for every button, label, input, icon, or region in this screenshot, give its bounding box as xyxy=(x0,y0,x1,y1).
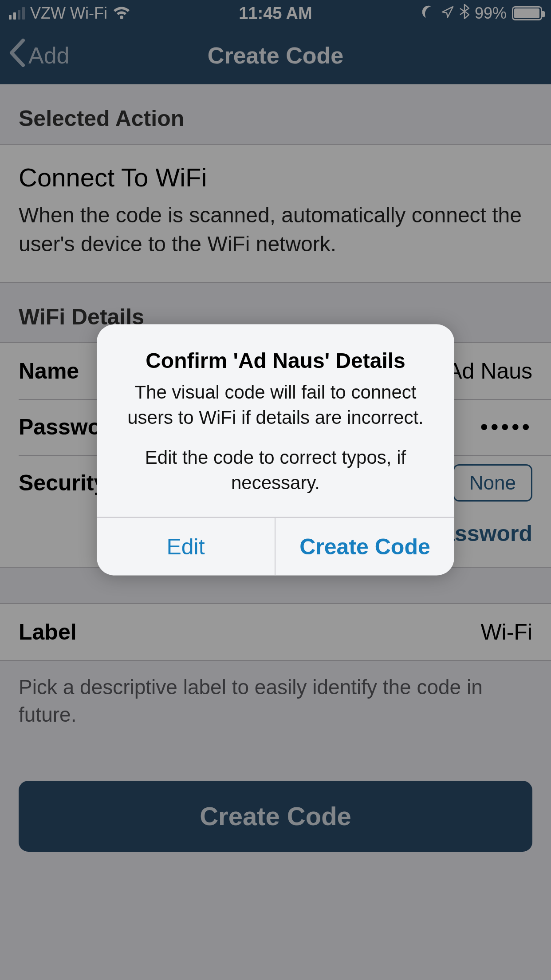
alert-message-1: The visual code will fail to connect use… xyxy=(116,380,435,430)
alert-edit-button[interactable]: Edit xyxy=(97,518,276,575)
alert-create-code-button[interactable]: Create Code xyxy=(276,518,454,575)
confirm-alert: Confirm 'Ad Naus' Details The visual cod… xyxy=(97,324,454,576)
alert-title: Confirm 'Ad Naus' Details xyxy=(116,348,435,373)
alert-message-2: Edit the code to correct typos, if neces… xyxy=(116,445,435,495)
